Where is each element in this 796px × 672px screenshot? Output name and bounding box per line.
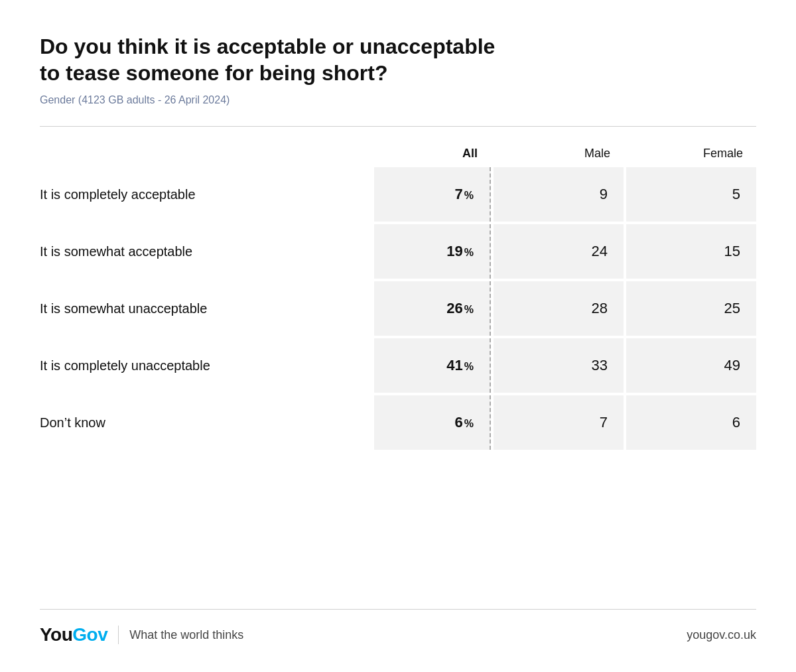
footer-url: yougov.co.uk [687, 628, 756, 642]
table-row: It is completely acceptable 7% 9 5 [40, 167, 756, 222]
cell-all-1: 19% [374, 224, 491, 279]
row-label-2: It is somewhat unacceptable [40, 281, 371, 336]
cell-male-3: 33 [494, 338, 624, 393]
value-all-2: 26 [446, 300, 462, 317]
col-female: Female [624, 147, 756, 161]
table-body: It is completely acceptable 7% 9 5 It is… [40, 167, 756, 450]
percent-all-2: % [464, 304, 474, 315]
top-divider [40, 126, 756, 127]
col-all: All [371, 147, 491, 161]
cell-female-2: 25 [626, 281, 756, 336]
cell-male-1: 24 [494, 224, 624, 279]
table-header: All Male Female [40, 147, 756, 167]
row-label-0: It is completely acceptable [40, 167, 371, 222]
cell-male-0: 9 [494, 167, 624, 222]
footer-tagline: What the world thinks [129, 628, 243, 642]
value-all-0: 7 [455, 186, 463, 203]
value-all-3: 41 [446, 357, 462, 374]
percent-all-4: % [464, 419, 474, 429]
row-label-3: It is completely unacceptable [40, 338, 371, 393]
cell-all-3: 41% [374, 338, 491, 393]
footer-divider-line [118, 626, 119, 644]
row-label-1: It is somewhat acceptable [40, 224, 371, 279]
cell-all-2: 26% [374, 281, 491, 336]
cell-female-4: 6 [626, 395, 756, 450]
cell-all-0: 7% [374, 167, 491, 222]
table-row: It is completely unacceptable 41% 33 49 [40, 338, 756, 393]
cell-female-1: 15 [626, 224, 756, 279]
data-table: All Male Female It is completely accepta… [40, 147, 756, 450]
value-all-1: 19 [446, 243, 462, 260]
table-row: It is somewhat unacceptable 26% 28 25 [40, 281, 756, 336]
col-male: Male [491, 147, 624, 161]
percent-all-3: % [464, 362, 474, 372]
cell-male-4: 7 [494, 395, 624, 450]
cell-female-0: 5 [626, 167, 756, 222]
yougov-logo: YouGov [40, 624, 107, 645]
footer-divider [40, 609, 756, 610]
cell-male-2: 28 [494, 281, 624, 336]
table-row: Don’t know 6% 7 6 [40, 395, 756, 450]
value-all-4: 6 [455, 414, 463, 431]
subtitle: Gender (4123 GB adults - 26 April 2024) [40, 94, 756, 106]
footer: YouGov What the world thinks yougov.co.u… [40, 624, 756, 645]
logo-accent: Gov [72, 624, 107, 645]
cell-all-4: 6% [374, 395, 491, 450]
percent-all-0: % [464, 190, 474, 201]
row-label-4: Don’t know [40, 395, 371, 450]
table-row: It is somewhat acceptable 19% 24 15 [40, 224, 756, 279]
percent-all-1: % [464, 247, 474, 258]
cell-female-3: 49 [626, 338, 756, 393]
page-title: Do you think it is acceptable or unaccep… [40, 33, 504, 86]
footer-left: YouGov What the world thinks [40, 624, 243, 645]
